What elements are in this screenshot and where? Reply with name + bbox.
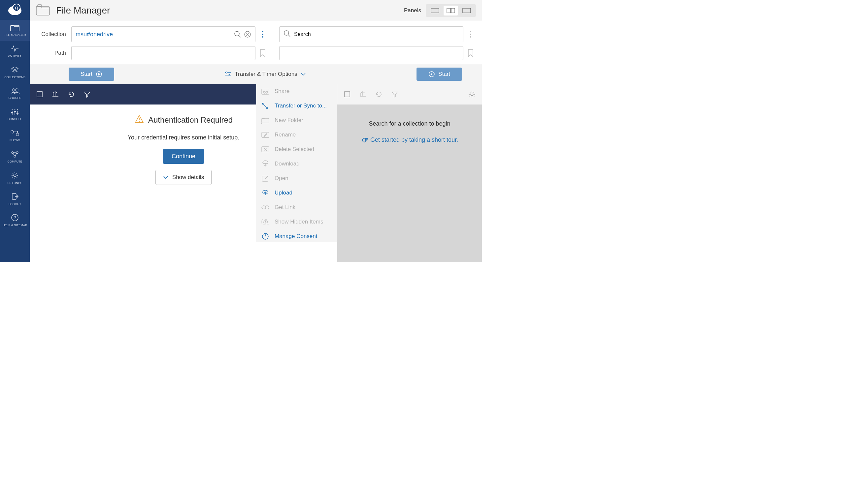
svg-point-7 [12,109,13,110]
sidebar-item-help[interactable]: ? HELP & SITEMAP [0,210,30,231]
sidebar-item-groups[interactable]: GROUPS [0,83,30,104]
link-icon [261,205,270,210]
bookmark-icon[interactable] [466,49,475,57]
sidebar-item-console[interactable]: CONSOLE [0,104,30,125]
refresh-icon[interactable] [374,89,384,100]
panel-view-single-right[interactable] [459,6,474,15]
search-icon [283,30,291,39]
checkbox-icon[interactable] [342,89,352,100]
collection-text-input[interactable] [75,31,231,38]
tour-link[interactable]: Get started by taking a short tour. [344,136,475,143]
refresh-icon[interactable] [66,89,76,100]
svg-point-40 [262,31,264,32]
sidebar-item-label: SETTINGS [7,181,22,184]
start-button-left[interactable]: Start [69,68,114,81]
clear-icon[interactable] [244,31,251,38]
sidebar-item-flows[interactable]: FLOWS [0,125,30,146]
tour-text: Get started by taking a short tour. [370,136,458,143]
svg-rect-56 [37,92,42,97]
panel-right: Search for a collection to begin Get sta… [337,84,482,262]
panel-view-single[interactable] [428,6,442,15]
panel-options-right[interactable] [466,30,475,38]
menu-rename: Rename [256,128,337,142]
sidebar: g FILE MANAGER ACTIVITY COLLECTIONS G [0,0,30,262]
continue-button[interactable]: Continue [163,149,204,164]
sidebar-item-collections[interactable]: COLLECTIONS [0,62,30,83]
menu-new-folder: New Folder [256,113,337,128]
svg-rect-33 [451,8,455,13]
svg-text:?: ? [13,215,16,220]
filter-icon[interactable] [390,89,400,100]
menu-download: Download [256,157,337,171]
compute-icon [10,151,20,159]
start-button-right[interactable]: Start [416,68,462,81]
svg-point-80 [471,93,473,96]
up-folder-icon[interactable] [50,89,61,100]
svg-point-52 [229,74,230,76]
panel-toolbar-right [337,84,482,104]
menu-label: Rename [275,132,296,138]
menu-label: Transfer or Sync to... [275,103,327,109]
svg-point-35 [235,31,239,36]
svg-rect-31 [431,8,439,13]
context-menu: Share Transfer or Sync to... New Folder … [256,84,337,242]
svg-point-6 [16,89,18,91]
groups-icon [10,88,20,95]
svg-point-21 [14,155,16,157]
sidebar-item-settings[interactable]: SETTINGS [0,167,30,189]
sidebar-item-label: GROUPS [8,96,21,100]
gear-icon[interactable] [467,89,477,100]
path-label: Path [36,50,66,56]
menu-manage-consent[interactable]: Manage Consent [256,229,337,242]
panel-options-left[interactable] [258,30,267,38]
svg-line-24 [15,153,17,155]
svg-rect-14 [14,111,16,112]
menu-transfer-sync[interactable]: Transfer or Sync to... [256,99,337,113]
sidebar-item-activity[interactable]: ACTIVITY [0,41,30,62]
svg-point-9 [17,109,18,110]
menu-show-hidden: Show Hidden Items [256,215,337,229]
menu-label: Delete Selected [275,146,314,152]
path-input-left[interactable] [71,46,255,60]
warning-icon [134,114,144,126]
menu-label: Share [275,88,289,95]
sidebar-item-logout[interactable]: LOGOUT [0,189,30,210]
svg-rect-15 [17,113,19,114]
panel-view-toggle [426,4,476,17]
menu-delete: Delete Selected [256,142,337,157]
transfer-options[interactable]: Transfer & Timer Options [114,71,416,77]
bookmark-icon[interactable] [258,49,267,57]
svg-point-46 [470,34,471,35]
svg-rect-34 [463,8,471,13]
search-icon[interactable] [234,31,241,38]
collection-input-left[interactable] [71,26,255,42]
app-logo[interactable]: g [0,0,30,20]
path-row: Path [30,44,482,64]
path-input-right[interactable] [279,46,463,60]
svg-point-62 [139,121,140,122]
show-details-button[interactable]: Show details [155,170,212,185]
svg-rect-13 [11,112,13,113]
collection-input-right[interactable]: Search [279,26,463,42]
flows-icon [10,130,20,137]
consent-icon [261,233,270,240]
svg-rect-32 [447,8,451,13]
menu-share: Share [256,84,337,99]
checkbox-icon[interactable] [34,89,45,100]
sidebar-item-label: COMPUTE [8,160,23,163]
filter-icon[interactable] [82,89,92,100]
sidebar-item-file-manager[interactable]: FILE MANAGER [0,20,30,41]
svg-point-47 [470,36,471,38]
transfer-icon [261,102,270,110]
start-button-label: Start [438,71,450,77]
svg-rect-30 [38,5,41,7]
svg-line-36 [239,35,241,37]
logout-icon [11,193,19,201]
menu-upload[interactable]: Upload [256,185,337,200]
up-folder-icon[interactable] [358,89,368,100]
menu-label: New Folder [275,117,303,124]
sidebar-item-compute[interactable]: COMPUTE [0,146,30,167]
svg-point-17 [16,133,19,136]
svg-point-76 [265,221,266,223]
panel-view-double[interactable] [443,6,458,15]
